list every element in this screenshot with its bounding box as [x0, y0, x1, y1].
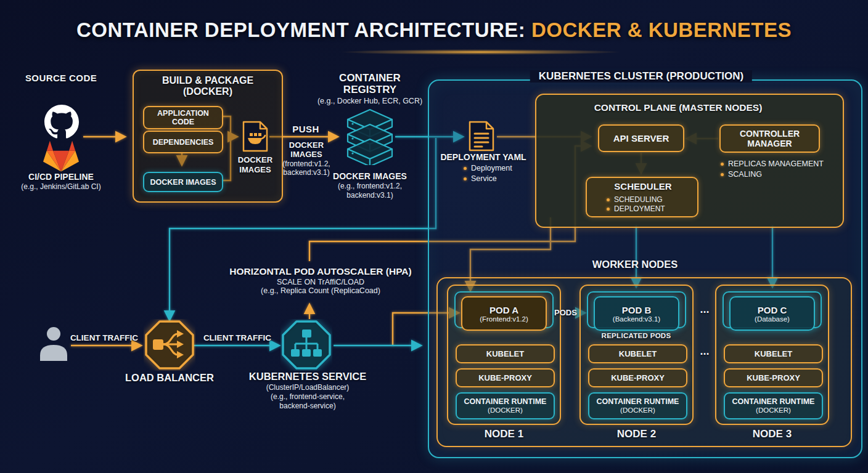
kubernetes-service-sub: (ClusterIP/LoadBalancer) (e.g., frontend… [266, 383, 350, 411]
scheduler-bullets: SCHEDULING DEPLOYMENT [607, 195, 665, 215]
source-code-heading: SOURCE CODE [25, 73, 97, 83]
client-traffic-label-left: CLIENT TRAFFIC [70, 333, 138, 342]
ellipsis-bottom: ... [700, 345, 709, 358]
pods-label: PODS [554, 308, 577, 317]
hpa-line2: SCALE ON TrAffiC/LOAD [277, 278, 364, 286]
dependencies-box: DEPENDENCIES [143, 131, 223, 153]
page-title: CONTAINER DEPLOYMENT ARCHITECTURE: DOCKE… [76, 18, 792, 42]
scheduler-bullet: DEPLOYMENT [614, 204, 665, 213]
registry-subtitle: (e.g., Docker Hub, ECR, GCR) [317, 97, 422, 105]
ellipsis-top: ... [700, 303, 709, 316]
pod-c-box: POD C (Database) [729, 296, 815, 331]
runtime-sub: (DOCKER) [620, 406, 655, 415]
scheduler-bullet: SCHEDULING [614, 195, 663, 204]
node-label: NODE 2 [581, 428, 692, 440]
page-title-highlight: DOCKER & KUBERNETES [531, 18, 792, 41]
push-detail-title: DOCKER IMAGES [289, 141, 324, 160]
pod-title: POD A [489, 305, 518, 315]
pod-title: POD C [758, 305, 787, 315]
pod-a-box: POD A (Frontend:v1.2) [461, 296, 547, 331]
runtime-title: CONTAINER RUNTIME [464, 397, 547, 406]
load-balancer-icon [144, 319, 195, 371]
cm-bullet: SCALING [728, 170, 762, 179]
load-balancer-label: LOAD BALANCER [125, 372, 214, 384]
bullet-dot [464, 177, 467, 180]
person-icon [38, 326, 69, 361]
title-glow-divider [342, 49, 620, 55]
worker-node-1: POD A (Frontend:v1.2) KUBELET KUBE-PROXY… [447, 285, 561, 425]
kube-proxy-box: KUBE-PROXY [456, 368, 555, 387]
yaml-file-icon [467, 121, 496, 152]
kube-proxy-box: KUBE-PROXY [724, 368, 823, 387]
pod-subtitle: (Frontend:v1.2) [480, 315, 528, 323]
pod-title: POD B [622, 305, 652, 315]
container-runtime-box: CONTAINER RUNTIME (DOCKER) [724, 392, 823, 419]
kubernetes-service-label: KUBERNETES SERVICE [249, 371, 366, 382]
hpa-title: HORIZONTAL POD AUTOSCALER (HPA) [229, 266, 411, 277]
cm-bullet: REPLICAS MANAGEMENT [728, 160, 824, 168]
runtime-title: CONTAINER RUNTIME [732, 397, 815, 406]
bullet-dot [607, 198, 610, 201]
kubelet-box: KUBELET [724, 344, 823, 363]
kube-proxy-box: KUBE-PROXY [588, 368, 687, 387]
controller-manager-box: CONTROLLER MANAGER [719, 124, 820, 153]
registry-caption-title: DOCKER IMAGES [333, 171, 407, 181]
worker-node-2: POD B (Backend:v3.1) KUBELET KUBE-PROXY … [579, 285, 694, 425]
build-package-title: BUILD & PACKAGE (DOCKER) [137, 75, 279, 98]
cicd-pipeline-label: CI/CD PIPELINE [28, 172, 94, 182]
push-label: PUSH [292, 124, 319, 134]
cluster-title: KUBERNETES CLUSTER (PRODUCTION) [530, 70, 752, 83]
scheduler-box: SCHEDULER SCHEDULING DEPLOYMENT [586, 177, 698, 217]
bullet-dot [464, 167, 467, 170]
client-traffic-label-mid: CLIENT TRAFFIC [203, 333, 271, 342]
docker-image-file-icon [242, 121, 269, 153]
registry-title: CONTAINER REGISTRY [339, 72, 401, 95]
bullet-dot [721, 173, 724, 176]
yaml-bullets: Deployment Service [464, 164, 512, 185]
kubernetes-service-icon [280, 319, 332, 371]
container-runtime-box: CONTAINER RUNTIME (DOCKER) [588, 392, 687, 419]
worker-node-3: POD C (Database) KUBELET KUBE-PROXY CONT… [715, 285, 829, 425]
yaml-bullet: Service [471, 174, 497, 183]
pod-subtitle: (Database) [755, 315, 790, 323]
node-label: NODE 1 [448, 428, 560, 440]
kubelet-box: KUBELET [456, 344, 555, 363]
bullet-dot [607, 208, 610, 211]
github-icon [44, 105, 79, 139]
runtime-sub: (DOCKER) [756, 406, 791, 415]
hpa-line3: (e.g., Replica Count (ReplicaCoad) [261, 286, 380, 295]
pod-subtitle: (Backend:v3.1) [613, 315, 660, 323]
deployment-yaml-label: DEPLOYMENT YAML [440, 152, 526, 162]
pod-b-box: POD B (Backend:v3.1) [594, 296, 679, 331]
runtime-title: CONTAINER RUNTIME [597, 397, 679, 406]
control-plane-title: CONTROL PLANE (MASTER NODES) [594, 102, 763, 113]
scheduler-title: SCHEDULER [614, 181, 671, 192]
registry-stack-icon [344, 108, 396, 165]
controller-manager-bullets: REPLICAS MANAGEMENT SCALING [721, 160, 824, 180]
bullet-dot [721, 163, 724, 166]
worker-nodes-title: WORKER NODES [592, 259, 678, 270]
application-code-box: APPLICATION CODE [143, 106, 223, 129]
push-detail-sub: (frontend:v1.2, backend:v3.1) [282, 160, 330, 177]
docker-images-output-label: DOCKER IMAGES [238, 155, 272, 174]
replicated-pods-label: REPLICATED PODS [602, 332, 671, 339]
node-label: NODE 3 [716, 428, 828, 440]
gitlab-icon [42, 138, 80, 174]
container-runtime-box: CONTAINER RUNTIME (DOCKER) [456, 392, 555, 419]
api-server-box: API SERVER [598, 124, 684, 152]
cicd-pipeline-sub: (e.g., Jenkins/GitLab CI) [21, 182, 100, 191]
docker-images-box: DOCKER IMAGES [143, 172, 223, 192]
registry-caption-sub: (e.g., frontend:v1.2, backend:v3.1) [338, 182, 402, 200]
yaml-bullet: Deployment [471, 164, 512, 172]
diagram-canvas: CONTAINER DEPLOYMENT ARCHITECTURE: DOCKE… [0, 0, 868, 473]
kubelet-box: KUBELET [588, 344, 687, 363]
runtime-sub: (DOCKER) [488, 406, 523, 415]
page-title-prefix: CONTAINER DEPLOYMENT ARCHITECTURE: [76, 18, 531, 41]
